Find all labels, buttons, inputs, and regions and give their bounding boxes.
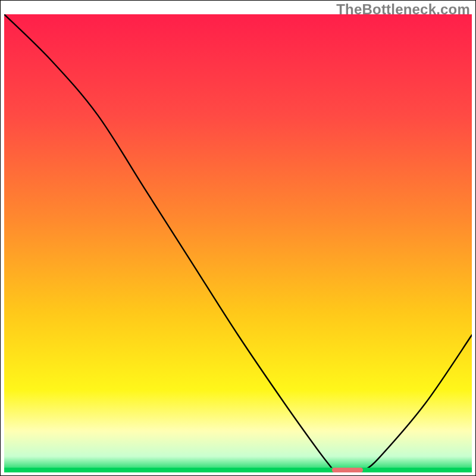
outer-border <box>0 0 476 476</box>
chart-stage: TheBottleneck.com <box>0 0 476 476</box>
